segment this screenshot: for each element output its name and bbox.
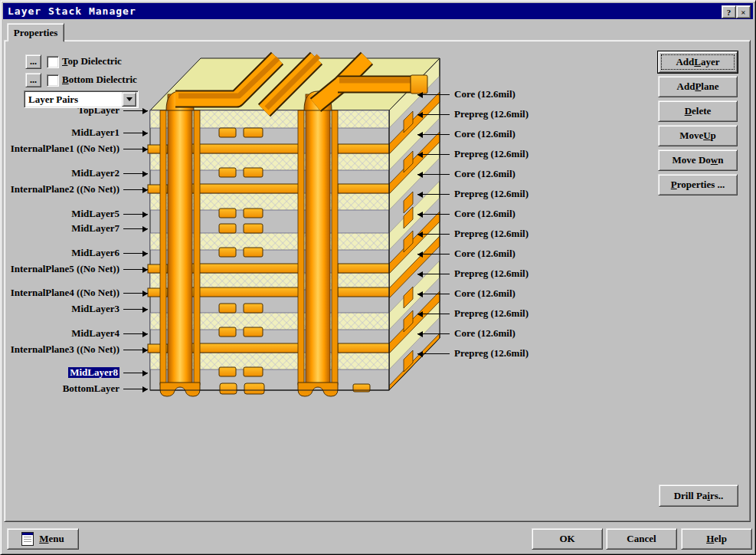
arrow-right-icon [123,346,148,353]
arrow-right-icon [123,330,148,337]
layer-pairs-value: Layer Pairs [25,94,122,106]
tab-properties[interactable]: Properties [7,23,64,42]
dielectric-label-core: Core (12.6mil) [417,209,515,219]
dielectric-label-prepreg: Prepreg (12.6mil) [417,189,529,199]
arrow-right-icon [123,225,148,232]
move-up-button[interactable]: Move Up [658,125,738,146]
bottom-dielectric-browse-button[interactable]: ... [25,73,41,87]
top-dielectric-checkbox[interactable] [47,56,59,68]
top-dielectric-browse-button[interactable]: ... [25,54,41,69]
arrow-right-icon [123,211,148,218]
layer-row-internalplane3[interactable]: InternalPlane3 ((No Net)) [1,344,148,355]
dielectric-label-prepreg: Prepreg (12.6mil) [417,268,529,279]
top-dielectric-label: Top Dielectric [62,55,122,67]
layer-row-internalplane1[interactable]: InternalPlane1 ((No Net)) [1,143,148,154]
arrow-left-icon [417,231,450,238]
arrow-left-icon [417,171,450,178]
dielectric-label-core: Core (12.6mil) [417,89,515,100]
dielectric-label-prepreg: Prepreg (12.6mil) [417,109,529,120]
layer-row-midlayer5[interactable]: MidLayer5 [1,209,148,219]
layer-row-midlayer4[interactable]: MidLayer4 [1,328,148,339]
menu-button[interactable]: Menu [7,528,79,550]
arrow-left-icon [417,251,450,258]
dielectric-label-prepreg: Prepreg (12.6mil) [417,308,529,319]
close-icon[interactable]: × [736,5,751,18]
arrow-left-icon [417,131,450,138]
menu-icon [21,532,34,546]
arrow-left-icon [417,271,450,278]
layer-row-midlayer6[interactable]: MidLayer6 [1,248,148,258]
dielectric-label-core: Core (12.6mil) [417,248,515,259]
bottom-dielectric-checkbox[interactable] [47,74,59,87]
delete-button[interactable]: Delete [658,100,738,122]
arrow-right-icon [123,170,148,177]
arrow-left-icon [417,191,450,198]
arrow-left-icon [417,151,450,158]
help-button[interactable]: Help [681,528,752,550]
properties-button[interactable]: Properties ... [658,174,738,195]
dielectric-label-prepreg: Prepreg (12.6mil) [417,228,529,239]
pcb-stack-illustration [146,45,449,406]
dielectric-label-core: Core (12.6mil) [417,169,515,179]
arrow-right-icon [123,306,148,313]
arrow-right-icon [123,186,148,193]
add-plane-button[interactable]: Add Plane [658,76,738,97]
arrow-left-icon [417,111,450,118]
arrow-left-icon [417,350,450,357]
arrow-right-icon [123,130,148,136]
arrow-right-icon [123,266,148,273]
layer-row-midlayer2[interactable]: MidLayer2 [1,168,148,179]
move-down-button[interactable]: Move Down [658,149,738,171]
arrow-right-icon [123,369,148,376]
dielectric-label-prepreg: Prepreg (12.6mil) [417,348,529,359]
arrow-right-icon [123,386,148,392]
layer-row-midlayer8-selected[interactable]: MidLayer8 [1,367,148,378]
dielectric-label-core: Core (12.6mil) [417,288,515,299]
arrow-right-icon [123,250,148,257]
bottom-dielectric-label: Bottom Dielectric [62,74,137,86]
layer-row-midlayer1[interactable]: MidLayer1 [1,127,148,138]
layer-row-internalplane2[interactable]: InternalPlane2 ((No Net)) [1,184,148,195]
layer-row-midlayer3[interactable]: MidLayer3 [1,304,148,314]
arrow-right-icon [123,146,148,153]
add-layer-button[interactable]: Add Layer [658,51,738,73]
layer-stack-manager-dialog: Layer Stack Manager ? × Properties ... T… [0,0,756,555]
menu-button-label: Menu [39,533,64,545]
titlebar[interactable]: Layer Stack Manager ? × [3,3,753,19]
dielectric-label-core: Core (12.6mil) [417,328,515,339]
chevron-down-icon[interactable] [122,92,136,107]
arrow-left-icon [417,91,450,98]
arrow-left-icon [417,310,450,317]
layer-row-midlayer7[interactable]: MidLayer7 [1,223,148,234]
layer-row-internalplane4[interactable]: InternalPlane4 ((No Net)) [1,287,148,298]
dielectric-label-core: Core (12.6mil) [417,129,515,140]
arrow-left-icon [417,291,450,297]
layer-pairs-dropdown[interactable]: Layer Pairs [24,90,139,108]
layer-row-internalplane5[interactable]: InternalPlane5 ((No Net)) [1,264,148,274]
layer-row-bottomlayer[interactable]: BottomLayer [1,383,148,394]
help-titlebar-button[interactable]: ? [722,5,736,18]
ok-button[interactable]: OK [532,528,603,550]
cancel-button[interactable]: Cancel [606,528,677,550]
drill-pairs-button[interactable]: Drill Pairs.. [659,484,738,507]
window-title: Layer Stack Manager [8,5,136,17]
arrow-left-icon [417,211,450,218]
arrow-right-icon [123,290,148,297]
arrow-left-icon [417,330,450,337]
dielectric-label-prepreg: Prepreg (12.6mil) [417,149,529,159]
